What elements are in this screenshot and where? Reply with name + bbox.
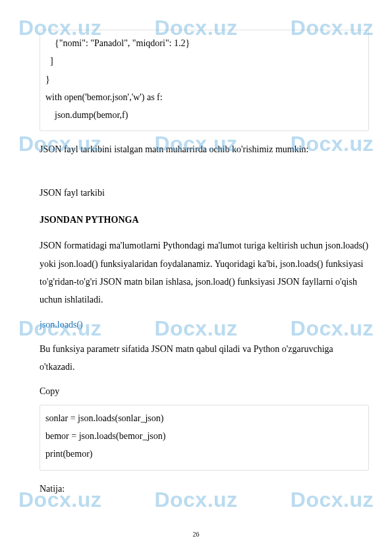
code-line: print(bemor) [45, 445, 363, 463]
code-line: bemor = json.loads(bemor_json) [45, 427, 363, 445]
result-label: Natija: [40, 480, 369, 498]
page-number: 26 [0, 531, 392, 538]
code-line: with open('bemor.json','w') as f: [45, 88, 363, 106]
code-line: ] [45, 52, 363, 70]
link-json-loads[interactable]: json.loads() [40, 316, 369, 334]
section-label: JSON fayl tarkibi [40, 184, 369, 202]
code-line: {"nomi": "Panadol", "miqdori": 1.2} [45, 34, 363, 52]
code-block-2: sonlar = json.loads(sonlar_json) bemor =… [40, 405, 369, 471]
paragraph: JSON formatidagi ma'lumotlarni Pythondag… [40, 237, 369, 308]
paragraph: Bu funksiya parametr sifatida JSON matn … [40, 340, 369, 376]
paragraph: JSON fayl tarkibini istalgan matn muharr… [40, 140, 369, 158]
code-line: } [45, 71, 363, 88]
code-line: sonlar = json.loads(sonlar_json) [45, 409, 363, 427]
code-line: json.dump(bemor,f) [45, 106, 363, 124]
heading-jsondan-pythonga: JSONDAN PYTHONGA [40, 211, 369, 229]
copy-label: Copy [40, 382, 369, 400]
document-content: {"nomi": "Panadol", "miqdori": 1.2} ] } … [40, 30, 369, 498]
code-block-1: {"nomi": "Panadol", "miqdori": 1.2} ] } … [40, 30, 369, 131]
